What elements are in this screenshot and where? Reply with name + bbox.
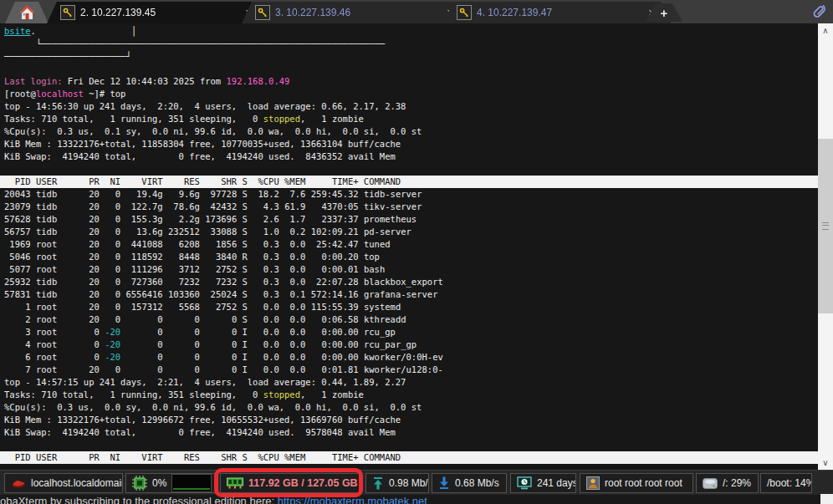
- memory-indicator: 117.92 GB / 127.05 GB: [220, 473, 360, 493]
- memory-usage-text: 117.92 GB / 127.05 GB: [248, 477, 358, 489]
- disk-root-text: /: 29%: [723, 477, 751, 489]
- attachments-paperclip-icon[interactable]: [810, 1, 830, 23]
- terminal-line: %Cpu(s): 0.3 us, 0.1 sy, 0.0 ni, 99.6 id…: [0, 125, 818, 138]
- download-indicator: 0.68 Mb/s: [432, 473, 507, 493]
- process-row: 56757 tidb 20 0 13.6g 232512 33088 S 1.0…: [0, 226, 818, 238]
- tab-label: 3. 10.227.139.46: [275, 7, 442, 18]
- plus-icon: +: [661, 7, 668, 19]
- ram-icon: [227, 477, 243, 489]
- tab-session-3[interactable]: 3. 10.227.139.46: [242, 2, 469, 23]
- disk-icon: [703, 478, 718, 489]
- uptime-text: 241 days: [537, 477, 576, 489]
- terminal-line: Tasks: 710 total, 1 running, 351 sleepin…: [0, 113, 818, 125]
- process-row: 57628 tidb 20 0 155.3g 2.2g 173696 S 2.6…: [0, 213, 818, 226]
- process-table-header: PID USER PR NI VIRT RES SHR S %CPU %MEM …: [0, 176, 818, 188]
- process-row: 3 root 0 -20 0 0 0 I 0.0 0.0 0:00.00 rcu…: [0, 326, 818, 339]
- ssh-key-icon: [255, 5, 270, 20]
- uptime-monitor-icon: [517, 476, 532, 490]
- resize-grip[interactable]: [820, 494, 833, 504]
- tab-label: 2. 10.227.139.45: [80, 7, 240, 18]
- ssh-key-icon: [457, 5, 472, 20]
- terminal-line: KiB Mem : 13322176+total, 12996672 free,…: [0, 414, 818, 426]
- status-bar: localhost.localdomain 0%: [0, 470, 833, 495]
- tab-session-4[interactable]: 4. 10.227.139.47: [443, 2, 671, 23]
- terminal-scrollbar[interactable]: [818, 23, 833, 470]
- process-row: 5046 root 20 0 118592 8448 3840 R 0.3 0.…: [0, 251, 818, 263]
- hostname-text: localhost.localdomain: [31, 477, 123, 489]
- user-icon: [586, 476, 600, 490]
- process-row: 4 root 0 -20 0 0 0 I 0.0 0.0 0:00.00 rcu…: [0, 339, 818, 351]
- tab-label: 4. 10.227.139.47: [477, 7, 643, 18]
- tab-session-2[interactable]: 2. 10.227.139.45: [47, 2, 268, 23]
- mobaxterm-window: 2. 10.227.139.45 3. 10.227.139.46 4. 10.…: [0, 0, 833, 504]
- process-row: 5077 root 20 0 111296 3712 2752 S 0.3 0.…: [0, 263, 818, 276]
- terminal-line: KiB Mem : 13322176+total, 11858304 free,…: [0, 138, 818, 150]
- promo-text: obaXterm by subscribing to the professio…: [0, 495, 278, 504]
- terminal-line: top - 14:57:15 up 241 days, 2:21, 4 user…: [0, 376, 818, 389]
- process-row: 7 root 20 0 0 0 0 I 0.0 0.0 0:01.81 kwor…: [0, 364, 818, 376]
- ssh-key-icon: [60, 5, 75, 20]
- uptime-indicator: 241 days: [510, 473, 576, 493]
- terminal-line: KiB Swap: 4194240 total, 0 free, 4194240…: [0, 150, 818, 163]
- terminal-line: top - 14:56:30 up 241 days, 2:20, 4 user…: [0, 100, 818, 113]
- process-row: 6 root 0 -20 0 0 0 I 0.0 0.0 0:00.00 kwo…: [0, 351, 818, 364]
- promo-link[interactable]: https://mobaxterm.mobatek.net: [278, 495, 427, 504]
- tab-bar: 2. 10.227.139.45 3. 10.227.139.46 4. 10.…: [0, 0, 833, 23]
- upload-arrow-icon: [372, 476, 384, 490]
- process-row: 25932 tidb 20 0 727360 7232 7232 S 0.3 0…: [0, 276, 818, 288]
- tab-home[interactable]: [5, 2, 49, 23]
- terminal-line: bsite. │: [0, 25, 818, 38]
- process-row: 23079 tidb 20 0 122.7g 78.6g 42432 S 4.3…: [0, 201, 818, 213]
- terminal-line: [0, 163, 818, 176]
- home-icon: [19, 5, 35, 20]
- users-text: root root root root: [605, 477, 682, 489]
- download-rate-text: 0.68 Mb/s: [455, 477, 499, 489]
- disk-root-indicator: /: 29%: [696, 473, 759, 493]
- terminal-line: [root@localhost ~]# top: [0, 88, 818, 100]
- process-table-header: PID USER PR NI VIRT RES SHR S %CPU %MEM …: [0, 451, 818, 464]
- terminal-line: └───────────────────────────────────────…: [0, 38, 818, 50]
- terminal-line: [0, 439, 818, 451]
- process-row: 20043 tidb 20 0 19.4g 9.6g 97728 S 18.2 …: [0, 188, 818, 201]
- scrollbar-grip: [822, 222, 829, 230]
- upload-indicator: 0.98 Mb/s: [365, 473, 429, 493]
- scroll-down-icon[interactable]: [818, 456, 833, 470]
- terminal-line: %Cpu(s): 0.3 us, 0.0 sy, 0.0 ni, 99.6 id…: [0, 401, 818, 414]
- cpu-indicator: 0%: [125, 473, 217, 493]
- terminal-line: Last login: Fri Dec 12 10:44:03 2025 fro…: [0, 75, 818, 88]
- cpu-chip-icon: [132, 476, 147, 491]
- footer-promo-bar: obaXterm by subscribing to the professio…: [0, 495, 833, 504]
- upload-rate-text: 0.98 Mb/s: [389, 477, 429, 489]
- process-row: 57831 tidb 20 0 6556416 103360 25024 S 0…: [0, 288, 818, 301]
- scroll-up-icon[interactable]: [818, 23, 833, 38]
- process-row: 2 root 20 0 0 0 0 S 0.0 0.0 0:06.58 kthr…: [0, 313, 818, 326]
- disk-boot-indicator: /boot: 14%: [760, 473, 812, 493]
- process-row: 1 root 20 0 157312 5568 2752 S 0.0 0.0 1…: [0, 301, 818, 313]
- terminal-line: Tasks: 710 total, 1 running, 351 sleepin…: [0, 389, 818, 401]
- process-row: 1969 root 20 0 441088 6208 1856 S 0.3 0.…: [0, 238, 818, 251]
- disk-boot-text: /boot: 14%: [767, 477, 812, 489]
- terminal-line: [0, 63, 818, 75]
- cpu-history-graph: [171, 474, 212, 492]
- terminal-line: KiB Swap: 4194240 total, 0 free, 4194240…: [0, 426, 818, 439]
- users-indicator: root root root root: [580, 473, 693, 493]
- terminal-screen[interactable]: bsite. │ └──────────────────────────────…: [0, 23, 818, 471]
- download-arrow-icon: [438, 476, 450, 490]
- redhat-icon: [11, 477, 26, 489]
- cpu-percent-text: 0%: [152, 477, 166, 489]
- terminal-line: ───────────────────────┘: [0, 50, 818, 63]
- scrollbar-thumb[interactable]: [818, 139, 833, 313]
- hostname-indicator: localhost.localdomain: [4, 473, 123, 493]
